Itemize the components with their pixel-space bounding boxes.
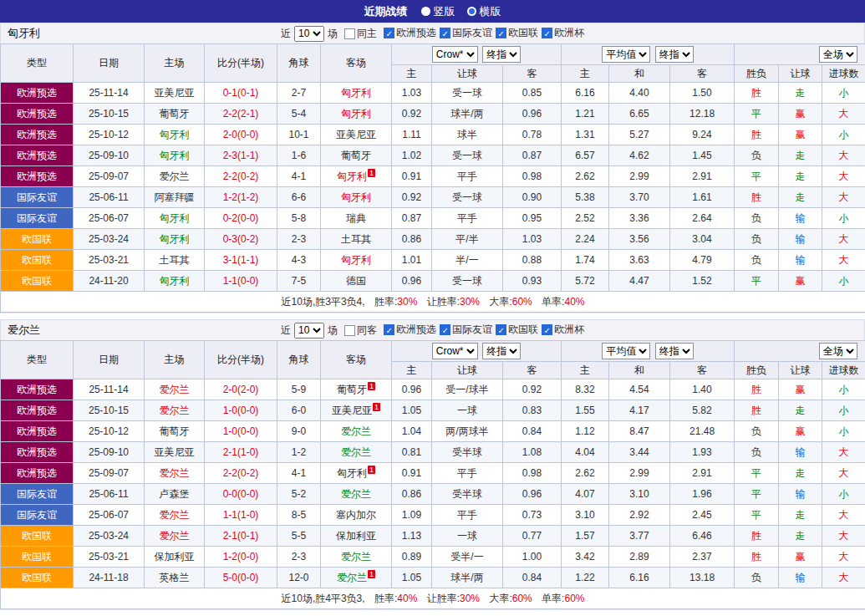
result-goals: 小 bbox=[822, 379, 865, 400]
match-row: 欧国联25-03-21土耳其3-1(1-1)4-3匈牙利1.01半/一0.881… bbox=[1, 250, 865, 271]
result-wdl: 胜 bbox=[735, 400, 779, 421]
competition-checkbox[interactable]: 欧国联 bbox=[496, 26, 538, 40]
competition-checkbox-input[interactable] bbox=[384, 28, 394, 38]
match-count-select[interactable]: 10 bbox=[294, 323, 324, 339]
avg-away: 3.04 bbox=[670, 229, 735, 250]
competition-checkbox-input[interactable] bbox=[496, 28, 506, 38]
avg-draw: 6.65 bbox=[609, 104, 670, 125]
avg-away: 2.91 bbox=[670, 463, 735, 484]
competition-checkbox[interactable]: 欧洲预选 bbox=[384, 26, 436, 40]
scope-select[interactable]: 全场 bbox=[819, 46, 857, 63]
same-side-checkbox-input[interactable] bbox=[344, 325, 355, 336]
team-name-text: 保加利亚 bbox=[336, 530, 376, 542]
result-wdl: 负 bbox=[735, 250, 779, 271]
match-score: 0-2(0-0) bbox=[205, 208, 277, 229]
euro-odds-time-select[interactable]: 终指 bbox=[655, 46, 694, 63]
odd-rate: 单率:60% bbox=[542, 593, 584, 604]
result-handicap: 走 bbox=[779, 505, 822, 526]
corners: 5-4 bbox=[277, 104, 321, 125]
competition-checkbox[interactable]: 欧洲预选 bbox=[384, 323, 436, 337]
competition-checkbox[interactable]: 国际友谊 bbox=[440, 323, 492, 337]
avg-draw: 3.70 bbox=[609, 187, 670, 208]
avg-draw: 2.99 bbox=[609, 166, 670, 187]
competition-checkbox-input[interactable] bbox=[440, 324, 450, 335]
result-wdl: 胜 bbox=[735, 83, 779, 104]
games-label: 场 bbox=[328, 27, 338, 41]
avg-away: 2.45 bbox=[670, 505, 735, 526]
team-name-text: 爱尔兰 bbox=[160, 384, 190, 395]
scope-select[interactable]: 全场 bbox=[819, 343, 857, 359]
odds-home: 0.91 bbox=[392, 166, 432, 187]
result-handicap: 输 bbox=[779, 484, 822, 505]
match-row: 国际友谊25-06-07爱尔兰1-1(1-0)8-5塞内加尔1.09平手0.73… bbox=[1, 505, 865, 526]
avg-draw: 3.44 bbox=[609, 442, 670, 463]
layout-radio-vertical[interactable]: 竖版 bbox=[421, 4, 455, 19]
competition-checkbox-input[interactable] bbox=[440, 28, 450, 38]
handicap-line: 一球 bbox=[432, 526, 503, 547]
odds-away: 0.87 bbox=[503, 145, 562, 166]
away-team: 保加利亚 bbox=[321, 526, 392, 547]
competition-checkbox[interactable]: 欧国联 bbox=[496, 323, 538, 337]
match-score: 5-0(0-0) bbox=[205, 568, 277, 588]
match-score: 2-1(0-1) bbox=[205, 526, 277, 547]
match-score: 2-2(0-2) bbox=[205, 463, 277, 484]
home-team: 匈牙利 bbox=[145, 145, 205, 166]
result-goals: 小 bbox=[822, 125, 865, 145]
competition-checkbox-input[interactable] bbox=[496, 324, 506, 335]
avg-home: 1.21 bbox=[562, 104, 609, 125]
same-side-checkbox[interactable]: 同主 bbox=[344, 27, 377, 41]
home-team: 匈牙利 bbox=[145, 229, 205, 250]
handicap-line: 球半/两 bbox=[432, 104, 503, 125]
competition-label: 欧洲杯 bbox=[554, 323, 584, 337]
summary-row: 近10场,胜4平3负3, 胜率:40% 让胜率:30% 大率:60% 单率:60… bbox=[1, 588, 865, 609]
title-bar: 近期战绩 竖版 横版 bbox=[0, 0, 865, 23]
odds-home: 0.96 bbox=[392, 271, 432, 292]
result-handicap: 输 bbox=[779, 568, 822, 588]
competition-label: 欧国联 bbox=[508, 323, 538, 337]
handicap-line: 平手 bbox=[432, 208, 503, 229]
result-wdl: 胜 bbox=[735, 547, 779, 568]
competition-checkbox[interactable]: 国际友谊 bbox=[440, 26, 492, 40]
avg-away: 1.93 bbox=[670, 442, 735, 463]
bookmaker-select[interactable]: Crow* bbox=[432, 46, 478, 63]
team-section-ireland: 爱尔兰 近 10 场 同客 欧洲预选国际友谊欧国联欧洲杯 类型 日期 主场 比分… bbox=[0, 319, 865, 610]
handicap-line: 受一球 bbox=[432, 187, 503, 208]
odds-away: 0.88 bbox=[503, 250, 562, 271]
win-rate: 胜率:40% bbox=[374, 593, 417, 604]
avg-away: 1.96 bbox=[670, 484, 735, 505]
handicap-line: 平手 bbox=[432, 166, 503, 187]
match-count-select[interactable]: 10 bbox=[294, 26, 324, 42]
competition-checkbox-input[interactable] bbox=[384, 324, 394, 335]
asia-odds-time-select[interactable]: 终指 bbox=[482, 343, 521, 359]
layout-radio-horizontal[interactable]: 横版 bbox=[467, 4, 501, 19]
team-name-text: 匈牙利 bbox=[341, 108, 371, 120]
match-type: 欧国联 bbox=[1, 547, 74, 568]
result-goals: 小 bbox=[822, 208, 865, 229]
euro-avg-select[interactable]: 平均值 bbox=[602, 343, 650, 359]
match-date: 25-06-07 bbox=[74, 208, 145, 229]
col-header-corner: 角球 bbox=[277, 44, 321, 83]
result-goals: 大 bbox=[822, 229, 865, 250]
competition-checkbox-input[interactable] bbox=[542, 324, 552, 335]
home-team: 卢森堡 bbox=[145, 484, 205, 505]
radio-icon bbox=[467, 7, 476, 16]
competition-checkbox[interactable]: 欧洲杯 bbox=[542, 26, 584, 40]
competition-checkbox-input[interactable] bbox=[542, 28, 552, 38]
match-row: 国际友谊25-06-11阿塞拜疆1-2(1-2)6-6匈牙利0.92受一球0.9… bbox=[1, 187, 865, 208]
match-type: 国际友谊 bbox=[1, 208, 74, 229]
euro-avg-select[interactable]: 平均值 bbox=[602, 46, 650, 63]
avg-home: 5.72 bbox=[562, 271, 609, 292]
result-wdl: 平 bbox=[735, 166, 779, 187]
asia-odds-time-select[interactable]: 终指 bbox=[482, 46, 521, 63]
competition-checkbox[interactable]: 欧洲杯 bbox=[542, 323, 584, 337]
same-side-checkbox[interactable]: 同客 bbox=[344, 323, 377, 338]
handicap-line: 受一球 bbox=[432, 271, 503, 292]
corners: 9-0 bbox=[277, 421, 321, 442]
same-side-checkbox-input[interactable] bbox=[344, 28, 355, 39]
euro-odds-time-select[interactable]: 终指 bbox=[655, 343, 694, 359]
result-goals: 大 bbox=[822, 568, 865, 588]
match-type: 国际友谊 bbox=[1, 484, 74, 505]
bookmaker-select[interactable]: Crow* bbox=[432, 343, 478, 359]
odds-home: 1.01 bbox=[392, 250, 432, 271]
match-row: 欧洲预选25-09-10亚美尼亚2-1(1-0)1-2爱尔兰0.81受半球1.0… bbox=[1, 442, 865, 463]
